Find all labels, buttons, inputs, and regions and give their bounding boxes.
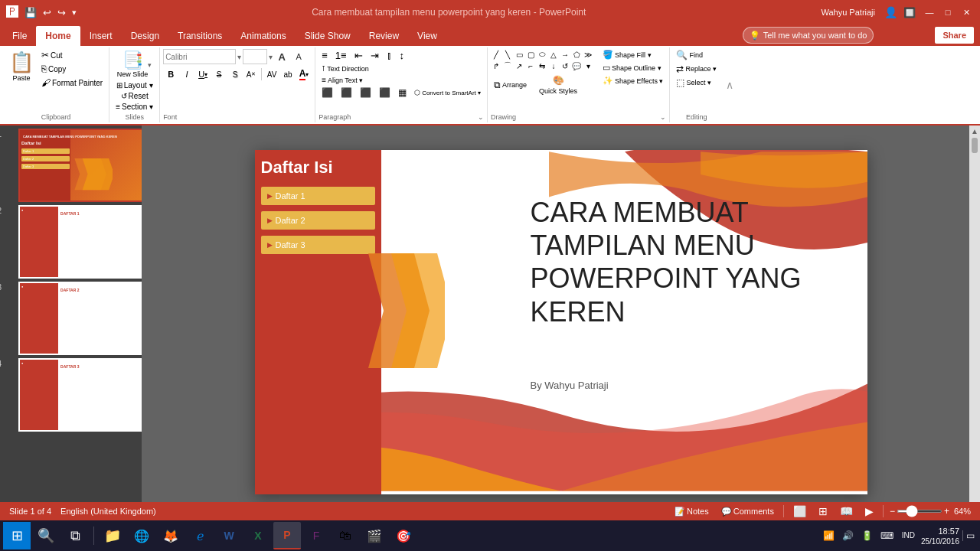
normal-view-button[interactable]: ⬜: [790, 505, 809, 517]
shape-chevron[interactable]: ≫: [583, 49, 593, 60]
vertical-scrollbar[interactable]: ▲ ▼: [969, 126, 980, 519]
tab-insert[interactable]: Insert: [80, 26, 122, 46]
new-slide-button[interactable]: 📑 New Slide ▾: [114, 49, 155, 80]
zoom-in-button[interactable]: +: [944, 506, 949, 517]
start-button[interactable]: ⊞: [3, 522, 31, 549]
section-button[interactable]: ≡ Section ▾: [113, 102, 156, 112]
ie-icon[interactable]: ℯ: [186, 522, 214, 549]
reading-view-button[interactable]: 📖: [837, 505, 856, 517]
shape-pentagon[interactable]: ⬠: [571, 49, 582, 60]
tell-me-input[interactable]: 💡 Tell me what you want to do: [743, 27, 874, 44]
clock-area[interactable]: 18:57 25/10/2016: [921, 526, 959, 545]
bullets-button[interactable]: ≡: [318, 49, 331, 62]
paragraph-expand-icon[interactable]: ⌄: [478, 113, 484, 121]
chrome-icon[interactable]: 🌐: [128, 522, 155, 549]
taskview-button[interactable]: ⧉: [61, 522, 89, 549]
font-shrink-button[interactable]: A: [291, 49, 306, 64]
cut-button[interactable]: ✂ Cut: [38, 49, 106, 61]
shape-down-arrow[interactable]: ↓: [548, 60, 559, 71]
shape-rounded-rect[interactable]: ▢: [525, 49, 536, 60]
arrange-button[interactable]: ⧉ Arrange: [491, 79, 530, 91]
smartart-button[interactable]: ⬡ Convert to SmartArt ▾: [411, 88, 484, 97]
italic-button[interactable]: I: [179, 67, 194, 82]
slide-thumb-1[interactable]: CARA MEMBUAT TAMPILAN MENU POWERPOINT YA…: [18, 129, 142, 202]
battery-icon[interactable]: 🔋: [859, 530, 875, 541]
font-grow-button[interactable]: A: [274, 49, 289, 64]
shape-arrow[interactable]: →: [560, 49, 570, 60]
tab-transitions[interactable]: Transitions: [168, 26, 231, 46]
network-icon[interactable]: 📶: [821, 530, 837, 541]
quick-redo-icon[interactable]: ↪: [57, 7, 66, 18]
numbering-button[interactable]: 1≡: [332, 49, 350, 62]
char-spacing-button[interactable]: AV: [264, 67, 279, 82]
shape-line1[interactable]: ╱: [491, 49, 501, 60]
word-icon[interactable]: W: [215, 522, 243, 549]
font-color-button[interactable]: A ▾: [296, 67, 312, 82]
canvas-area[interactable]: Daftar Isi Daftar 1 Daftar 2 Daftar 3 CA…: [142, 126, 980, 519]
tab-design[interactable]: Design: [122, 26, 168, 46]
keyboard-icon[interactable]: ⌨: [878, 530, 896, 541]
tab-slideshow[interactable]: Slide Show: [296, 26, 360, 46]
align-text-button[interactable]: ≡ Align Text ▾: [318, 75, 366, 85]
daftar-1-btn[interactable]: Daftar 1: [261, 187, 375, 205]
firefox-icon[interactable]: 🦊: [157, 522, 185, 549]
ribbon-collapse-icon[interactable]: 🔲: [903, 7, 916, 18]
shape-elbow[interactable]: ⌐: [525, 60, 536, 71]
minimize-button[interactable]: —: [922, 5, 937, 20]
tab-file[interactable]: File: [3, 26, 36, 46]
comments-button[interactable]: 💬 Comments: [718, 507, 777, 517]
daftar-3-btn[interactable]: Daftar 3: [261, 236, 375, 254]
underline-button[interactable]: U▾: [195, 67, 211, 82]
slide-thumb-2[interactable]: DAFTAR 1 ●: [18, 205, 142, 279]
powerpoint-taskbar-icon[interactable]: P: [273, 522, 301, 549]
slide-thumb-4[interactable]: ● DAFTAR 3: [18, 358, 142, 432]
slide-thumb-3[interactable]: ● DAFTAR 2: [18, 282, 142, 355]
layout-button[interactable]: ⊞ Layout ▾: [113, 80, 156, 90]
shape-callout[interactable]: 💬: [571, 60, 582, 71]
justify-button[interactable]: ⬛: [376, 86, 394, 99]
media-icon[interactable]: 🎬: [361, 522, 388, 549]
collapse-arrow-icon[interactable]: ∧: [726, 79, 733, 91]
maximize-button[interactable]: □: [940, 5, 956, 20]
shape-connector[interactable]: ↗: [514, 60, 524, 71]
quick-styles-button[interactable]: 🎨 Quick Styles: [536, 74, 580, 96]
font-name-dropdown-icon[interactable]: ▾: [237, 53, 241, 61]
decrease-indent-button[interactable]: ⇤: [351, 49, 366, 62]
close-button[interactable]: ✕: [959, 5, 974, 20]
font-size-input[interactable]: [243, 49, 267, 64]
font-size-dropdown-icon[interactable]: ▾: [269, 53, 273, 61]
daftar-2-btn[interactable]: Daftar 2: [261, 211, 375, 230]
align-left-button[interactable]: ⬛: [318, 86, 336, 99]
format-painter-button[interactable]: 🖌 Format Painter: [38, 77, 106, 89]
tab-review[interactable]: Review: [360, 26, 408, 46]
zoom-slider[interactable]: [897, 510, 942, 513]
file-explorer-icon[interactable]: 📁: [99, 522, 126, 549]
shape-rect[interactable]: ▭: [514, 49, 524, 60]
volume-icon[interactable]: 🔊: [840, 530, 856, 541]
shape-effects-button[interactable]: ✨ Shape Effects ▾: [599, 75, 666, 86]
notes-button[interactable]: 📝 Notes: [671, 507, 712, 517]
scroll-thumb[interactable]: [972, 138, 978, 153]
more-align-button[interactable]: ▦: [395, 86, 410, 99]
shape-line2[interactable]: ╲: [502, 49, 513, 60]
quick-undo-icon[interactable]: ↩: [43, 7, 51, 18]
new-slide-dropdown-icon[interactable]: ▾: [148, 61, 152, 69]
share-button[interactable]: Share: [935, 27, 974, 44]
tab-home[interactable]: Home: [36, 26, 80, 46]
drawing-expand-icon[interactable]: ⌄: [660, 113, 666, 121]
shape-triangle[interactable]: △: [548, 49, 559, 60]
text-direction-button[interactable]: ⊺ Text Direction: [318, 64, 372, 73]
shape-dbl-arrow[interactable]: ⇆: [537, 60, 547, 71]
copy-button[interactable]: ⎘ Copy: [38, 63, 106, 75]
zoom-out-button[interactable]: −: [890, 506, 895, 517]
text-shadow-button[interactable]: S: [227, 67, 243, 82]
shape-fill-button[interactable]: 🪣 Shape Fill ▾: [599, 49, 666, 60]
increase-indent-button[interactable]: ⇥: [368, 49, 382, 62]
excel-icon[interactable]: X: [244, 522, 272, 549]
extra-app-icon[interactable]: 🎯: [390, 522, 417, 549]
shape-curved-arrow[interactable]: ↺: [560, 60, 570, 71]
bold-button[interactable]: B: [163, 67, 178, 82]
strikethrough-button[interactable]: S: [211, 67, 227, 82]
slide-sorter-button[interactable]: ⊞: [815, 505, 831, 517]
clear-format-button[interactable]: A✕: [243, 67, 259, 82]
